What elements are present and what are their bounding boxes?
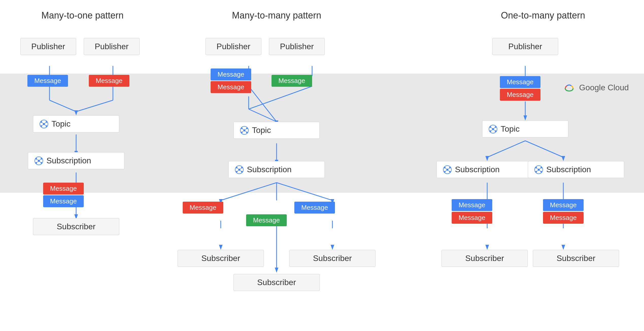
message-green-center-m2m: Message (246, 214, 287, 226)
svg-line-74 (244, 130, 247, 132)
svg-line-52 (44, 122, 46, 124)
svg-line-62 (39, 159, 41, 161)
pubsub-icon-sub-m2m (235, 165, 244, 174)
svg-line-63 (36, 161, 39, 163)
message-out-blue-m2o: Message (43, 195, 84, 207)
pattern-title-many-to-many: Many-to-many pattern (193, 10, 360, 21)
svg-line-73 (242, 130, 244, 132)
svg-line-81 (237, 168, 239, 170)
svg-line-111 (536, 168, 539, 170)
message-blue-pub1-m2o: Message (27, 75, 68, 87)
svg-line-53 (41, 124, 44, 126)
pubsub-icon-topic-o2m (488, 125, 498, 134)
message-blue-right-m2m: Message (294, 202, 335, 214)
publisher-1-m2m: Publisher (206, 38, 261, 55)
subscription-left-label-o2m: Subscription (455, 165, 500, 174)
subscriber-right-o2m: Subscriber (533, 250, 619, 267)
subscription-label-m2m: Subscription (247, 165, 292, 174)
subscription-m2o: Subscription (28, 152, 124, 169)
topic-o2m: Topic (482, 120, 568, 137)
subscriber-bottom-m2m: Subscriber (233, 274, 320, 291)
topic-label-m2o: Topic (52, 119, 71, 129)
message-red-right-o2m: Message (543, 212, 584, 224)
svg-line-101 (445, 168, 447, 170)
svg-line-54 (44, 124, 46, 126)
svg-line-112 (539, 168, 541, 170)
svg-marker-29 (331, 245, 334, 250)
message-red-pub1-m2m: Message (211, 81, 251, 93)
message-blue-right-o2m: Message (543, 199, 584, 211)
publisher-2-m2m: Publisher (269, 38, 325, 55)
google-cloud-icon (563, 81, 575, 94)
topic-m2o: Topic (33, 115, 119, 132)
pubsub-icon-subright-o2m (534, 165, 543, 174)
svg-marker-44 (562, 245, 565, 250)
message-blue-o2m: Message (500, 76, 540, 88)
pattern-title-many-to-one: Many-to-one pattern (13, 10, 152, 21)
svg-line-102 (447, 168, 450, 170)
subscription-m2m: Subscription (228, 161, 325, 178)
svg-marker-41 (485, 245, 489, 250)
pubsub-icon-topic-m2o (39, 119, 48, 129)
topic-label-o2m: Topic (501, 124, 520, 134)
publisher-o2m: Publisher (492, 38, 558, 55)
google-cloud-text: Google Cloud (579, 83, 629, 92)
topic-m2m: Topic (233, 122, 320, 139)
message-red-left-m2m: Message (183, 202, 223, 214)
message-out-red-m2o: Message (43, 183, 84, 195)
subscription-right-label-o2m: Subscription (546, 165, 591, 174)
svg-line-72 (244, 128, 247, 130)
message-red-left-o2m: Message (452, 212, 492, 224)
svg-line-61 (36, 159, 39, 161)
subscriber-m2o: Subscriber (33, 218, 119, 235)
pubsub-icon-sub-m2o (34, 156, 43, 165)
subscription-label-m2o: Subscription (46, 156, 91, 165)
message-red-o2m: Message (500, 89, 540, 101)
pattern-title-one-to-many: One-to-many pattern (459, 10, 627, 21)
message-green-pub2-m2m: Message (272, 75, 312, 87)
svg-line-91 (490, 127, 493, 129)
svg-line-84 (239, 170, 242, 172)
message-blue-pub1-m2m: Message (211, 68, 251, 80)
svg-line-94 (493, 129, 496, 131)
svg-line-51 (41, 122, 44, 124)
subscriber-right-m2m: Subscriber (289, 250, 376, 267)
svg-line-93 (490, 129, 493, 131)
svg-line-82 (239, 168, 242, 170)
svg-line-92 (493, 127, 496, 129)
svg-line-64 (39, 161, 41, 163)
svg-line-114 (539, 170, 541, 172)
svg-line-113 (536, 170, 539, 172)
message-blue-left-o2m: Message (452, 199, 492, 211)
google-cloud-logo: Google Cloud (563, 81, 629, 94)
svg-line-83 (237, 170, 239, 172)
pubsub-icon-subleft-o2m (443, 165, 452, 174)
svg-marker-31 (275, 268, 278, 273)
svg-line-104 (447, 170, 450, 172)
message-red-pub2-m2o: Message (89, 75, 129, 87)
svg-line-103 (445, 170, 447, 172)
subscriber-left-m2m: Subscriber (178, 250, 264, 267)
subscriber-left-o2m: Subscriber (442, 250, 528, 267)
svg-line-71 (242, 128, 244, 130)
publisher-2-m2o: Publisher (84, 38, 140, 55)
diagram-container: Many-to-one pattern Publisher Publisher … (0, 0, 644, 331)
pubsub-icon-topic-m2m (240, 126, 249, 135)
subscription-right-o2m: Subscription (528, 161, 624, 178)
topic-label-m2m: Topic (252, 126, 271, 135)
subscription-left-o2m: Subscription (436, 161, 533, 178)
svg-marker-27 (219, 245, 223, 250)
publisher-1-m2o: Publisher (20, 38, 76, 55)
